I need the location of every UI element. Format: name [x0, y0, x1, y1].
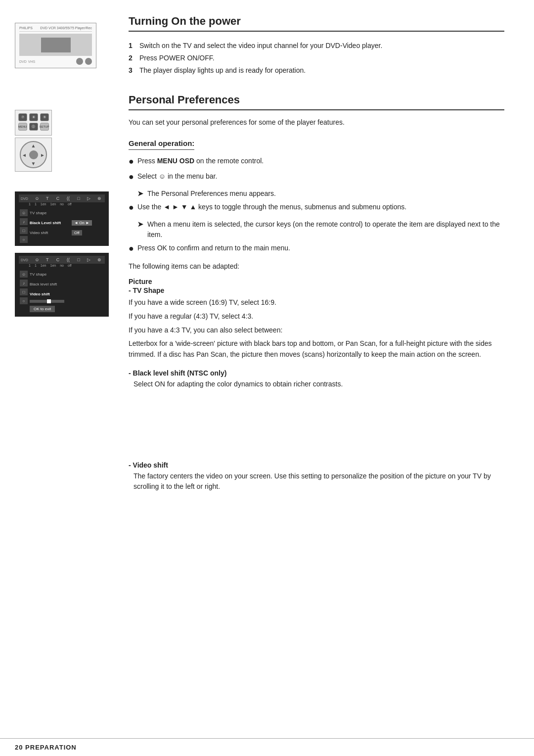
osd2-col-1: 1 — [29, 264, 31, 267]
general-bullets-3: ● Press OK to confirm and return to the … — [129, 243, 504, 255]
osd2-videoshift-label: Video shift — [30, 292, 72, 296]
device-top-bar: PHILIPS DVD VCR 3400/55/75 Player/Rec — [19, 26, 92, 32]
osd2-tab-plus: ⊕ — [96, 257, 103, 263]
page: PHILIPS DVD VCR 3400/55/75 Player/Rec DV… — [0, 0, 534, 756]
bullet-4: ● Press OK to confirm and return to the … — [129, 243, 504, 255]
osd2-icon-music: ♪ — [20, 280, 28, 286]
col-1: 1 — [29, 202, 31, 206]
osd-screen-1: DVD ☺ T C (( □ ▷ ⊕ 1 1 1en 1en — [15, 191, 109, 246]
remote-row-1: ⑦ ⑧ ⑨ — [17, 113, 49, 121]
osd2-ok-exit: OK to exit — [30, 304, 103, 312]
osd1-videoshift-value: Off — [72, 230, 82, 236]
osd2-tvshape-label: TV shape — [30, 272, 72, 277]
step-1: 1 Switch on the TV and select the video … — [129, 41, 504, 51]
step-1-text: Switch on the TV and select the video in… — [139, 41, 382, 51]
btn-menu: MENU — [18, 123, 27, 131]
osd2-col-2: 1 — [35, 264, 37, 267]
general-bullets-2: ● Use the ◄ ► ▼ ▲ keys to toggle through… — [129, 202, 504, 214]
btn-0: ⓪ — [29, 123, 38, 131]
osd1-tab-t: T — [44, 195, 51, 201]
osd1-tab-smiley: ☺ — [34, 195, 41, 201]
btn-circle-2 — [85, 58, 92, 65]
step-2-text: Press POWER ON/OFF. — [139, 53, 215, 63]
col-5: no — [60, 202, 64, 206]
footer: 20 PREPARATION — [0, 738, 534, 756]
device-mock: PHILIPS DVD VCR 3400/55/75 Player/Rec DV… — [15, 23, 96, 68]
remote-row-2: MENU ⓪ SETUP — [17, 123, 49, 131]
osd2-tab-smiley: ☺ — [34, 257, 41, 263]
arrow-item-1: ➤ The Personal Preferences menu appears. — [137, 189, 504, 199]
osd-screen-1-container: DVD ☺ T C (( □ ▷ ⊕ 1 1 1en 1en — [15, 191, 109, 249]
picture-label: Picture — [129, 278, 504, 285]
tv-shape-text4: Letterbox for a 'wide-screen' picture wi… — [129, 338, 504, 360]
right-column: Turning On the power 1 Switch on the TV … — [114, 15, 534, 709]
footer-label: 20 PREPARATION — [15, 744, 77, 751]
format-label-vhs: VHS — [28, 60, 35, 63]
steps-list: 1 Switch on the TV and select the video … — [129, 41, 504, 76]
spacer-osd1 — [129, 393, 504, 452]
bullet-2: ● Select ☺ in the menu bar. — [129, 171, 504, 184]
bullet-3-text: Use the ◄ ► ▼ ▲ keys to toggle through t… — [137, 202, 406, 212]
osd1-tvshape-label: TV shape — [30, 211, 72, 215]
col-6: off — [68, 202, 72, 206]
osd1-tab-box: □ — [75, 195, 82, 201]
bullet-dot-4: ● — [129, 242, 137, 255]
bullet-dot-3: ● — [129, 201, 137, 214]
format-label-dvd: DVD — [19, 60, 27, 63]
osd2-ok-exit-label: OK to exit — [30, 306, 55, 312]
tv-shape-label: - TV Shape — [129, 286, 504, 294]
osd1-tab-plus: ⊕ — [96, 195, 103, 201]
arrow-sym-2: ➤ — [137, 219, 147, 230]
nav-ok — [29, 150, 38, 159]
general-bullets: ● Press MENU OSD on the remote control. … — [129, 156, 504, 184]
bullet-3: ● Use the ◄ ► ▼ ▲ keys to toggle through… — [129, 202, 504, 214]
video-shift-text: The factory centers the video on your sc… — [134, 471, 504, 492]
brand-label: PHILIPS — [19, 26, 33, 30]
btn-setup: SETUP — [40, 123, 49, 131]
osd2-tab-bar: DVD ☺ T C (( □ ▷ ⊕ — [19, 256, 105, 264]
step-2-num: 2 — [129, 53, 139, 63]
remote-area: ⑦ ⑧ ⑨ MENU ⓪ SETUP ▲ ▼ ◄ ► — [15, 110, 52, 172]
osd2-dvd-label: DVD — [21, 258, 28, 262]
osd2-icon-smiley: ☺ — [20, 271, 28, 278]
osd2-tab-c: C — [54, 257, 61, 263]
btn-8: ⑧ — [29, 113, 38, 121]
osd1-dvd-label: DVD — [21, 197, 28, 200]
osd2-blacklevel-label: Black level shift — [30, 282, 72, 286]
arrow-text-1: The Personal Preferences menu appears. — [147, 189, 276, 199]
osd2-tab-sound: (( — [65, 257, 72, 263]
step-2: 2 Press POWER ON/OFF. — [129, 53, 504, 63]
arrow-text-2: When a menu item is selected, the cursor… — [147, 219, 504, 240]
step-3: 3 The player display lights up and is re… — [129, 65, 504, 76]
osd2-col-3: 1en — [41, 264, 46, 267]
model-label: DVD VCR 3400/55/75 Player/Rec — [40, 26, 92, 30]
osd2-col-4: 1en — [50, 264, 56, 267]
osd-screen-2-container: DVD ☺ T C (( □ ▷ ⊕ 1 1 1en 1en — [15, 253, 109, 320]
osd1-side-icons: ☺ ♪ □ ○ — [19, 207, 28, 243]
osd1-row-tvshape: TV shape — [30, 209, 103, 217]
device-screen — [19, 34, 92, 56]
osd2-body: ☺ ♪ □ ○ TV shape Black level shift — [19, 269, 105, 314]
osd1-icon-box: □ — [20, 227, 28, 234]
osd2-row-tvshape: TV shape — [30, 270, 103, 278]
osd1-col-headers: 1 1 1en 1en no off — [29, 202, 105, 206]
device-bottom: DVD VHS — [19, 58, 92, 65]
btn-7: ⑦ — [18, 113, 27, 121]
osd2-slider-thumb — [47, 299, 51, 303]
section2-intro: You can set your personal preferences fo… — [129, 117, 504, 128]
step-3-text: The player display lights up and is read… — [139, 65, 306, 76]
section2-title: Personal Preferences — [129, 94, 504, 110]
osd2-tab-t: T — [44, 257, 51, 263]
osd1-tab-bar: DVD ☺ T C (( □ ▷ ⊕ — [19, 194, 105, 202]
tv-shape-text3: If you have a 4:3 TV, you can also selec… — [129, 325, 504, 336]
osd1-blacklevel-label: Black Level shift — [30, 221, 72, 225]
bullet-dot-2: ● — [129, 170, 137, 184]
col-2: 1 — [35, 202, 37, 206]
device-image-area: PHILIPS DVD VCR 3400/55/75 Player/Rec DV… — [15, 19, 96, 80]
remote-keypad: ⑦ ⑧ ⑨ MENU ⓪ SETUP — [15, 110, 52, 136]
osd2-tab-arrow: ▷ — [86, 257, 92, 263]
section1-title: Turning On the power — [129, 15, 504, 32]
step-3-num: 3 — [129, 65, 139, 76]
bullet-dot-1: ● — [129, 155, 137, 168]
tv-shape-text2: If you have a regular (4:3) TV, select 4… — [129, 311, 504, 322]
